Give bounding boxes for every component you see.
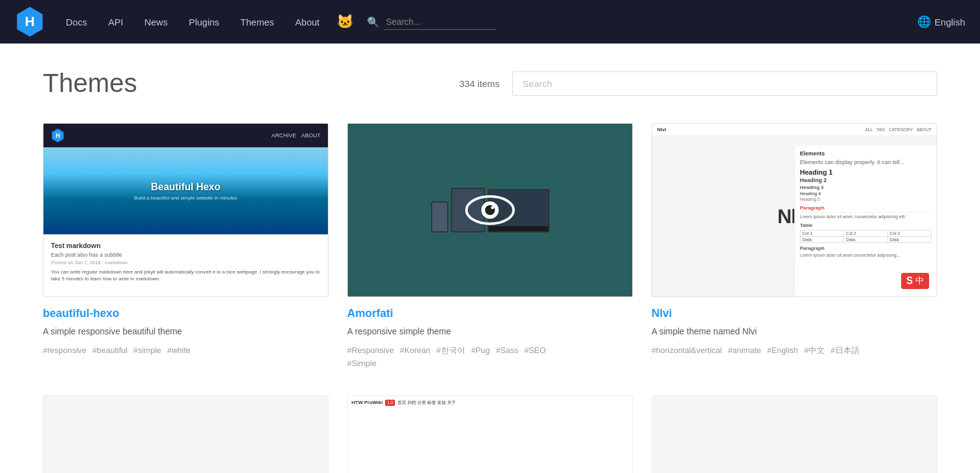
bhex-header: H ARCHIVE ABOUT xyxy=(43,124,328,147)
themes-search-input[interactable] xyxy=(512,71,937,96)
themes-grid: H ARCHIVE ABOUT Beautiful Hexo Build a b… xyxy=(43,123,937,473)
theme-card-4[interactable] xyxy=(43,395,329,473)
nav-link-news[interactable]: News xyxy=(135,12,176,32)
theme-tags-nlvi: #horizontal&vertical #animate #English #… xyxy=(651,344,937,357)
theme-tags-amorfati: #Responsive #Korean #한국어 #Pug #Sass #SEO… xyxy=(347,344,633,370)
search-icon: 🔍 xyxy=(367,16,379,28)
logo-letter: H xyxy=(25,14,35,30)
nav-search: 🔍 xyxy=(367,14,496,30)
theme-preview-5: HTW ProWiki 1.0 首页 归档 分类 标签 友链 关于 xyxy=(347,395,633,473)
theme-card-amorfati[interactable]: Amorfati A responsive simple theme #Resp… xyxy=(347,123,633,370)
nav-search-input[interactable] xyxy=(384,14,496,30)
theme-name-beautiful-hexo[interactable]: beautiful-hexo xyxy=(43,307,329,320)
items-count: 334 items xyxy=(459,78,499,89)
nav-link-plugins[interactable]: Plugins xyxy=(180,12,228,32)
bhex-content: Test markdown Each post also has a subti… xyxy=(43,234,328,296)
theme-preview-6 xyxy=(651,395,937,473)
theme-name-amorfati[interactable]: Amorfati xyxy=(347,307,633,320)
language-label: English xyxy=(935,17,965,27)
navigation: H Docs API News Plugins Themes About 🐱 🔍… xyxy=(0,0,980,44)
nav-link-docs[interactable]: Docs xyxy=(57,12,96,32)
cat-icon[interactable]: 🐱 xyxy=(332,9,358,35)
theme-tags-beautiful-hexo: #responsive #beautiful #simple #white xyxy=(43,344,329,357)
page-title: Themes xyxy=(43,68,447,98)
page-header: Themes 334 items xyxy=(43,68,937,98)
nav-link-themes[interactable]: Themes xyxy=(232,12,283,32)
theme-preview-amorfati xyxy=(347,123,633,297)
theme-name-nlvi[interactable]: Nlvi xyxy=(651,307,937,320)
language-selector[interactable]: 🌐 English xyxy=(917,15,965,29)
eye-icon xyxy=(465,195,515,226)
theme-card-nlvi[interactable]: Nlvi ALL TAG CATEGORY ABOUT Nlvi Element… xyxy=(651,123,937,370)
theme-desc-amorfati: A responsive simple theme xyxy=(347,325,633,338)
theme-preview-4 xyxy=(43,395,329,473)
nlvi-header-bar: Nlvi ALL TAG CATEGORY ABOUT xyxy=(652,124,937,136)
nav-link-api[interactable]: API xyxy=(99,12,132,32)
theme-card-6[interactable] xyxy=(651,395,937,473)
bhex-logo: H xyxy=(51,129,65,142)
nav-link-about[interactable]: About xyxy=(286,12,328,32)
bhex-ocean: Beautiful Hexo Build a beautiful and sim… xyxy=(43,147,328,234)
theme-card-beautiful-hexo[interactable]: H ARCHIVE ABOUT Beautiful Hexo Build a b… xyxy=(43,123,329,370)
theme-preview-beautiful-hexo: H ARCHIVE ABOUT Beautiful Hexo Build a b… xyxy=(43,123,329,297)
eye-overlay xyxy=(348,124,632,296)
svg-point-3 xyxy=(491,206,494,209)
logo[interactable]: H xyxy=(15,7,45,37)
main-content: Themes 334 items H ARCHIVE ABOUT xyxy=(12,44,968,473)
bhex-nav-links: ARCHIVE ABOUT xyxy=(271,132,320,139)
theme-card-5[interactable]: HTW ProWiki 1.0 首页 归档 分类 标签 友链 关于 xyxy=(347,395,633,473)
nlvi-language-badge: S 中 xyxy=(901,273,929,289)
nav-links: Docs API News Plugins Themes About 🐱 🔍 xyxy=(57,9,917,35)
theme-desc-beautiful-hexo: A simple responsive beautiful theme xyxy=(43,325,329,338)
bhex-hex-icon: H xyxy=(51,129,65,142)
theme-preview-nlvi: Nlvi ALL TAG CATEGORY ABOUT Nlvi Element… xyxy=(651,123,937,297)
theme-desc-nlvi: A simple theme named Nlvi xyxy=(651,325,937,338)
globe-icon: 🌐 xyxy=(917,15,931,29)
